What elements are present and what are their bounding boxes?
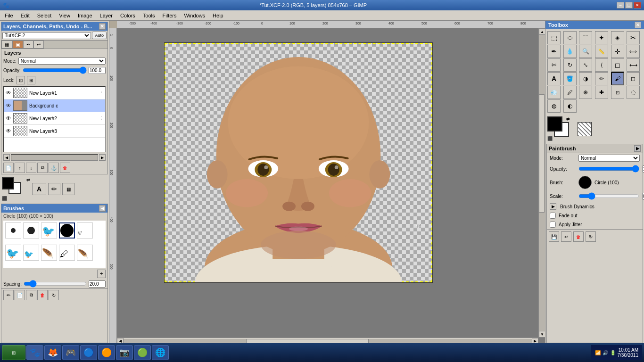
duplicate-layer-button[interactable]: ⧉	[37, 163, 48, 173]
flip-tool[interactable]: ⟷	[627, 58, 640, 72]
v-scroll-thumb[interactable]	[539, 94, 545, 213]
color-picker-tool[interactable]: 💧	[563, 45, 577, 58]
pb-reset-button[interactable]: ↻	[586, 231, 596, 242]
lock-pixels-btn[interactable]: ⊞	[27, 76, 35, 84]
new-layer-button[interactable]: 📄	[3, 163, 14, 173]
layer-visibility-toggle[interactable]: 👁	[6, 128, 11, 134]
layers-hscroll-track[interactable]	[11, 154, 98, 161]
menu-tools[interactable]: Tools	[140, 12, 158, 19]
ink-tool[interactable]: 🖊	[563, 86, 577, 99]
menu-edit[interactable]: Edit	[18, 12, 33, 19]
align-tool[interactable]: ⟺	[627, 45, 640, 58]
paths-icon-tab[interactable]: ✒	[23, 41, 33, 49]
channel-icon-tab[interactable]: ▣	[12, 41, 23, 49]
menu-help[interactable]: Help	[210, 12, 226, 19]
rotate-tool[interactable]: ↻	[563, 58, 577, 72]
paintbrush-expand[interactable]: ▶	[634, 145, 641, 152]
clone-tool[interactable]: ⊕	[579, 86, 592, 99]
brush-item[interactable]	[5, 222, 21, 239]
file-dropdown[interactable]: TutXCF-2	[2, 32, 91, 39]
toolbox-reset-colors[interactable]: ⬛	[547, 136, 553, 141]
taskbar-app-2[interactable]: 🎮	[62, 345, 79, 360]
brush-item[interactable]: 🐦	[41, 222, 57, 239]
heal-tool[interactable]: ✚	[595, 86, 608, 99]
toolbox-swap-colors[interactable]: ⇄	[566, 116, 570, 121]
layers-panel-close[interactable]: ✕	[99, 23, 106, 30]
paths-tool[interactable]: ✒	[547, 45, 561, 58]
fade-out-checkbox[interactable]	[550, 213, 556, 219]
brush-item-selected[interactable]	[59, 222, 75, 239]
v-scroll-track[interactable]	[539, 35, 545, 331]
taskbar-app-5[interactable]: 📷	[116, 345, 133, 360]
undo-icon-tab[interactable]: ↩	[33, 41, 44, 49]
spacing-value[interactable]	[89, 280, 106, 288]
taskbar-app-7[interactable]: 🌐	[152, 345, 169, 360]
reset-colors-button[interactable]: ⬛	[2, 196, 7, 201]
pattern-selector[interactable]: ▦	[62, 183, 74, 195]
menu-select[interactable]: Select	[34, 12, 55, 19]
auto-button[interactable]: Auto	[92, 32, 107, 39]
add-brush-button[interactable]: +	[97, 270, 106, 278]
opacity-slider[interactable]	[23, 66, 87, 74]
layer-item[interactable]: 👁 New Layer#2 ⋮	[4, 112, 105, 125]
free-select-tool[interactable]: ⌒	[579, 31, 592, 44]
refresh-brushes-button[interactable]: ↻	[49, 290, 59, 300]
menu-view[interactable]: View	[56, 12, 73, 19]
delete-brush-button[interactable]: 🗑	[37, 290, 48, 300]
menu-layer[interactable]: Layer	[97, 12, 116, 19]
h-scroll-track[interactable]	[124, 339, 532, 344]
text-tool[interactable]: A	[547, 72, 561, 85]
toolbox-fg-color[interactable]	[547, 116, 562, 132]
pb-opacity-value[interactable]	[642, 165, 644, 173]
bucket-fill-tool[interactable]: 🪣	[563, 72, 577, 85]
h-scroll-thumb[interactable]	[246, 339, 369, 344]
taskbar-app-6[interactable]: 🟢	[134, 345, 151, 360]
brush-item[interactable]: 🪶	[77, 245, 93, 261]
new-brush-button[interactable]: 📄	[15, 290, 25, 300]
taskbar-app-4[interactable]: 🟠	[98, 345, 115, 360]
scissors-tool[interactable]: ✂	[627, 31, 640, 44]
v-scrollbar[interactable]: ▲ ▼	[538, 28, 545, 337]
layer-item[interactable]: 👁 New Layer#3	[4, 125, 105, 138]
taskbar-app-3[interactable]: 🔵	[80, 345, 97, 360]
menu-colors[interactable]: Colors	[117, 12, 138, 19]
move-tool[interactable]: ✛	[611, 45, 624, 58]
lower-layer-button[interactable]: ↓	[26, 163, 36, 173]
layers-scroll-right[interactable]: ▶	[99, 154, 106, 161]
brush-dynamics-expander[interactable]: ▶	[550, 203, 556, 210]
smudge-tool[interactable]: ◍	[547, 99, 561, 113]
pb-scale-value[interactable]	[642, 193, 644, 200]
close-button[interactable]: ✕	[634, 2, 641, 8]
blur-tool[interactable]: ◌	[627, 86, 640, 99]
layer-visibility-toggle[interactable]: 👁	[6, 102, 11, 109]
ellipse-select-tool[interactable]: ⬭	[563, 31, 577, 44]
apply-jitter-checkbox[interactable]	[550, 222, 556, 228]
perspective-tool[interactable]: ◻	[611, 58, 624, 72]
pb-save-button[interactable]: 💾	[549, 231, 559, 242]
perspective-clone-tool[interactable]: ⊡	[611, 86, 624, 99]
airbrush-tool[interactable]: 💨	[547, 86, 561, 99]
brush-item[interactable]: 🪶	[41, 245, 57, 261]
edit-brush-button[interactable]: ✏	[3, 290, 14, 300]
brushes-panel-collapse[interactable]: ◀	[99, 205, 106, 212]
swap-colors-button[interactable]: ⇄	[26, 177, 30, 182]
fuzzy-select-tool[interactable]: ✦	[595, 31, 608, 44]
measure-tool[interactable]: 📏	[595, 45, 608, 58]
duplicate-brush-button[interactable]: ⧉	[26, 290, 36, 300]
zoom-tool[interactable]: 🔍	[579, 45, 592, 58]
select-by-color-tool[interactable]: ◈	[611, 31, 624, 44]
start-button[interactable]: ⊞	[2, 345, 25, 360]
layer-icon-tab[interactable]: ▦	[1, 41, 12, 49]
rect-select-tool[interactable]: ⬚	[547, 31, 561, 44]
layers-scroll-left[interactable]: ◀	[3, 154, 10, 161]
brush-item[interactable]: ///	[77, 222, 93, 239]
mode-select[interactable]: Normal	[18, 58, 106, 65]
layer-visibility-toggle[interactable]: 👁	[6, 90, 11, 96]
font-selector[interactable]: A	[32, 183, 46, 195]
brush-item[interactable]: 🐦	[5, 245, 21, 261]
pb-mode-select[interactable]: Normal	[578, 155, 640, 162]
brush-selector[interactable]: ✏	[48, 183, 60, 195]
dodge-burn-tool[interactable]: ◐	[563, 99, 577, 113]
menu-windows[interactable]: Windows	[181, 12, 208, 19]
toolbox-pattern[interactable]	[578, 122, 592, 136]
